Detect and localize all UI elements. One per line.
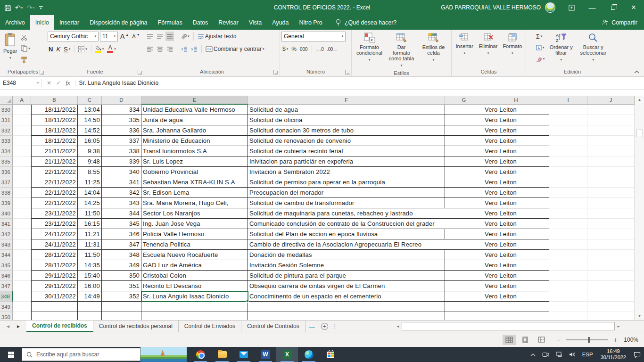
column-header-H[interactable]: H	[483, 96, 549, 105]
tab-revisar[interactable]: Revisar	[213, 15, 243, 30]
alignment-dialog-launcher[interactable]	[273, 70, 278, 74]
cell-C335[interactable]: 9:48	[78, 156, 102, 167]
cell-H350[interactable]	[483, 312, 549, 320]
sheet-tab-control-de-recibidos[interactable]: Control de recibidos	[26, 321, 93, 332]
cell-D342[interactable]: 346	[102, 229, 141, 239]
cell-I349[interactable]	[549, 302, 587, 312]
cell-J332[interactable]	[587, 125, 635, 136]
cell-B340[interactable]: 23/11/2022	[31, 208, 78, 219]
cell-G336[interactable]	[445, 167, 483, 177]
tab-ayuda[interactable]: Ayuda	[267, 15, 294, 30]
cell-G342[interactable]	[445, 229, 483, 239]
undo-button[interactable]: ↶▾	[15, 4, 23, 11]
row-header-339[interactable]: 339	[0, 198, 13, 208]
cell-A333[interactable]	[13, 136, 31, 146]
font-family-combo[interactable]: Century Gothic▾	[48, 32, 99, 41]
cell-B344[interactable]: 28/11/2022	[31, 250, 78, 260]
cell-F344[interactable]: Donación de medallas	[248, 250, 445, 260]
cell-F332[interactable]: Solicitud donacion 30 metros de tubo	[248, 125, 445, 136]
cell-C349[interactable]	[78, 302, 102, 312]
cell-J346[interactable]	[587, 271, 635, 281]
cell-C350[interactable]	[78, 312, 102, 320]
cell-J341[interactable]	[587, 219, 635, 229]
scroll-up-arrow[interactable]: ▲	[635, 96, 644, 104]
cell-I334[interactable]	[549, 146, 587, 156]
fill-button[interactable]: ▾	[535, 43, 546, 52]
cell-F342[interactable]: Solicitud del Plan de accion en epoca ll…	[248, 229, 445, 239]
cell-B346[interactable]: 29/11/2022	[31, 271, 78, 281]
row-header-348[interactable]: 348	[0, 291, 13, 302]
tab-vista[interactable]: Vista	[244, 15, 267, 30]
copy-button[interactable]: ▾	[20, 44, 31, 53]
cell-A342[interactable]	[13, 229, 31, 239]
cell-C348[interactable]: 14:49	[78, 291, 102, 302]
cell-I342[interactable]	[549, 229, 587, 239]
redo-button[interactable]: ↷▾	[27, 4, 34, 11]
cell-J331[interactable]	[587, 115, 635, 125]
cell-A345[interactable]	[13, 260, 31, 271]
tab-datos[interactable]: Datos	[188, 15, 214, 30]
cell-B337[interactable]: 22/11/2022	[31, 177, 78, 188]
cell-G338[interactable]	[445, 188, 483, 198]
font-color-button[interactable]: A ▾	[106, 44, 117, 54]
tab-insertar[interactable]: Insertar	[54, 15, 84, 30]
cell-C344[interactable]: 11:50	[78, 250, 102, 260]
cell-H330[interactable]: Vero Leiton	[483, 105, 549, 115]
cell-B347[interactable]: 29/11/2022	[31, 281, 78, 291]
cell-I340[interactable]	[549, 208, 587, 219]
font-dialog-launcher[interactable]	[138, 70, 142, 74]
cell-F331[interactable]: Solicitud de oficina	[248, 115, 445, 125]
number-format-combo[interactable]: General▾	[281, 32, 346, 41]
cell-J336[interactable]	[587, 167, 635, 177]
tray-volume-icon[interactable]	[566, 347, 579, 362]
align-middle-button[interactable]	[156, 32, 164, 41]
cell-C346[interactable]: 15:40	[78, 271, 102, 281]
zoom-in-button[interactable]: +	[612, 336, 619, 344]
row-header-334[interactable]: 334	[0, 146, 13, 156]
zoom-slider-thumb[interactable]	[588, 337, 590, 343]
row-header-341[interactable]: 341	[0, 219, 13, 229]
cell-I347[interactable]	[549, 281, 587, 291]
row-header-349[interactable]: 349	[0, 302, 13, 312]
number-dialog-launcher[interactable]	[345, 70, 350, 74]
cell-A346[interactable]	[13, 271, 31, 281]
increase-decimal-button[interactable]: ←.0	[315, 44, 325, 54]
column-header-I[interactable]: I	[549, 96, 587, 105]
select-all-corner[interactable]	[0, 96, 13, 105]
cell-F339[interactable]: Solicitud de cambio de transformador	[248, 198, 445, 208]
cell-I332[interactable]	[549, 125, 587, 136]
scroll-left-arrow[interactable]: ◂	[394, 322, 402, 330]
formula-bar-content[interactable]: Sr. Luna Angulo Isaac Dionicio	[75, 77, 159, 89]
increase-font-size-button[interactable]: A▲	[119, 32, 130, 41]
column-header-C[interactable]: C	[78, 96, 102, 105]
cell-J337[interactable]	[587, 177, 635, 188]
cell-D338[interactable]: 342	[102, 188, 141, 198]
save-icon[interactable]	[5, 5, 11, 11]
cell-C338[interactable]: 14:04	[78, 188, 102, 198]
cell-I339[interactable]	[549, 198, 587, 208]
cell-I341[interactable]	[549, 219, 587, 229]
scroll-right-arrow[interactable]: ▸	[615, 322, 622, 330]
column-header-B[interactable]: B	[31, 96, 78, 105]
cell-F334[interactable]: Solicitud de cubierta recinto ferial	[248, 146, 445, 156]
merge-center-button[interactable]: Combinar y centrar ▾	[205, 44, 265, 54]
cell-D331[interactable]: 335	[102, 115, 141, 125]
cell-A340[interactable]	[13, 208, 31, 219]
cell-F335[interactable]: Inivitacion para particiár en expoferia	[248, 156, 445, 167]
cell-B332[interactable]: 18/11/2022	[31, 125, 78, 136]
cell-B333[interactable]: 18/11/2022	[31, 136, 78, 146]
cell-A350[interactable]	[13, 312, 31, 320]
cell-J338[interactable]	[587, 188, 635, 198]
bold-button[interactable]: N	[48, 44, 54, 54]
cell-H345[interactable]: Vero Leiton	[483, 260, 549, 271]
cell-G335[interactable]	[445, 156, 483, 167]
column-header-F[interactable]: F	[248, 96, 445, 105]
taskbar-file-explorer-icon[interactable]	[211, 347, 233, 362]
cell-C347[interactable]: 16:00	[78, 281, 102, 291]
sheet-tab-control-de-recibidos-personal[interactable]: Control de recibidos personal	[93, 321, 179, 332]
collapse-ribbon-button[interactable]	[634, 70, 639, 74]
cell-D349[interactable]	[102, 302, 141, 312]
cell-B343[interactable]: 24/11/2022	[31, 239, 78, 250]
cell-B335[interactable]: 21/11/2022	[31, 156, 78, 167]
decrease-indent-button[interactable]	[180, 44, 189, 54]
